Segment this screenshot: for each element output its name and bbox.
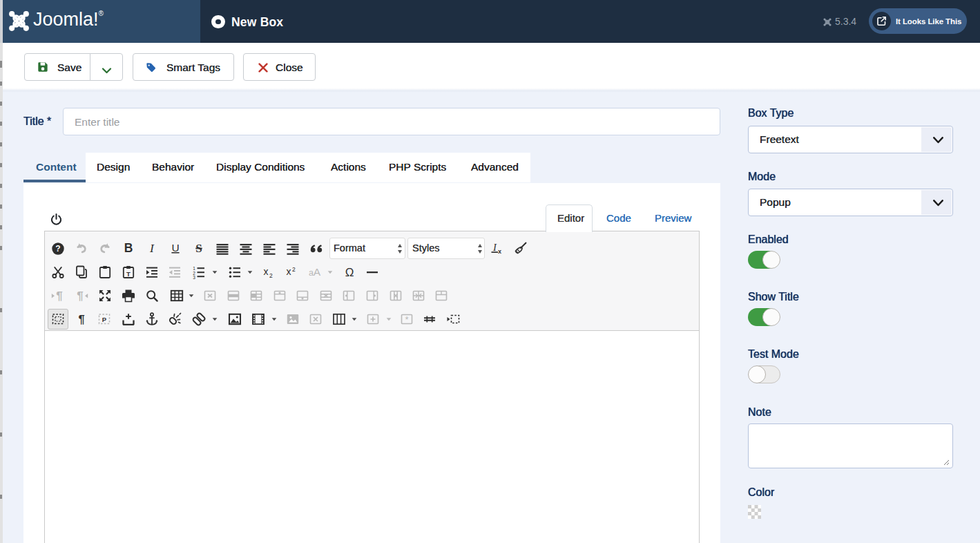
svg-text:¶: ¶	[77, 289, 83, 303]
svg-text:x: x	[498, 248, 501, 255]
svg-text:¶: ¶	[78, 313, 84, 325]
svg-text:T: T	[126, 270, 131, 278]
svg-text:*: *	[405, 314, 408, 325]
svg-text:B: B	[124, 241, 133, 255]
svg-text:S: S	[195, 242, 202, 255]
svg-text:P: P	[102, 316, 107, 323]
svg-text:A: A	[314, 266, 321, 278]
svg-text:2: 2	[292, 266, 296, 273]
svg-text:I: I	[149, 241, 155, 255]
svg-text:¶: ¶	[56, 289, 62, 303]
svg-text:x: x	[287, 266, 291, 277]
svg-text:I: I	[492, 242, 497, 253]
svg-text:Ω: Ω	[345, 266, 354, 279]
svg-text:?: ?	[55, 244, 60, 254]
svg-text:x: x	[264, 266, 269, 277]
svg-text:3: 3	[193, 275, 195, 280]
svg-text:U: U	[171, 242, 179, 254]
svg-text:2: 2	[269, 272, 273, 279]
